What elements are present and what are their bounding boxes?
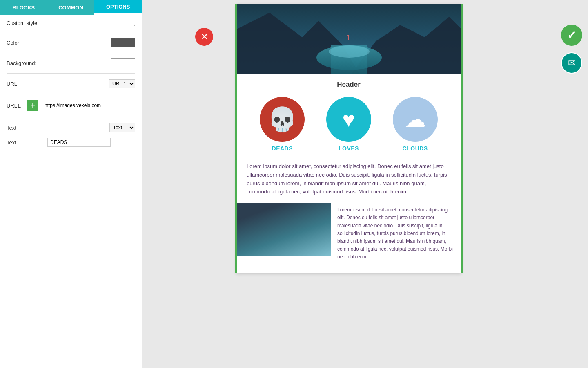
text1-row: Text1 xyxy=(7,138,135,153)
svg-point-7 xyxy=(347,35,349,36)
heart-icon: ♥ xyxy=(343,109,355,130)
custom-style-row: Custom style: xyxy=(7,20,135,32)
text-row: Text Text 1 xyxy=(7,123,135,132)
tab-common[interactable]: COMMON xyxy=(47,0,95,15)
svg-point-13 xyxy=(282,225,284,227)
hero-image xyxy=(237,4,461,74)
tab-options[interactable]: OPTIONS xyxy=(94,0,142,15)
svg-marker-9 xyxy=(237,211,331,256)
email-preview-card: Header 💀 DEADS ♥ LOVES ☁ xyxy=(236,4,461,273)
center-area: Header 💀 DEADS ♥ LOVES ☁ xyxy=(142,0,555,368)
url1-row: URL1: + xyxy=(7,100,135,117)
icon-item-loves: ♥ LOVES xyxy=(326,97,371,152)
split-text: Lorem ipsum dolor sit amet, consectetur … xyxy=(331,203,461,264)
svg-point-5 xyxy=(329,45,370,58)
url1-label: URL1: xyxy=(7,103,27,109)
split-section: Lorem ipsum dolor sit amet, consectetur … xyxy=(237,203,461,272)
email-button[interactable]: ✉ xyxy=(561,52,582,74)
text1-label: Text1 xyxy=(7,139,47,146)
icon-item-deads: 💀 DEADS xyxy=(260,97,305,152)
color-label: Color: xyxy=(7,40,47,46)
svg-rect-12 xyxy=(237,227,238,230)
url-row: URL URL 1 xyxy=(7,79,135,94)
url1-input[interactable] xyxy=(42,101,135,110)
tab-bar: BLOCKS COMMON OPTIONS xyxy=(0,0,142,15)
cloud-icon: ☁ xyxy=(405,109,426,130)
deads-circle: 💀 xyxy=(260,97,305,142)
loves-label: LOVES xyxy=(339,145,359,152)
svg-point-10 xyxy=(263,233,304,250)
svg-point-11 xyxy=(272,235,296,243)
panel-content: Custom style: Color: Background: URL UR xyxy=(0,15,142,368)
left-panel: BLOCKS COMMON OPTIONS Custom style: Colo… xyxy=(0,0,142,368)
split-image xyxy=(237,203,331,256)
skull-icon: 💀 xyxy=(267,108,297,131)
deads-label: DEADS xyxy=(272,145,293,152)
url1-add-button[interactable]: + xyxy=(27,100,38,111)
color-row: Color: xyxy=(7,38,135,53)
custom-style-checkbox[interactable] xyxy=(129,20,135,26)
url-select[interactable]: URL 1 xyxy=(109,79,135,88)
email-icon: ✉ xyxy=(568,58,575,68)
background-label: Background: xyxy=(7,60,47,66)
icons-row: 💀 DEADS ♥ LOVES ☁ CLOUDS xyxy=(237,93,461,158)
svg-rect-6 xyxy=(348,36,349,40)
tab-blocks[interactable]: BLOCKS xyxy=(0,0,47,15)
custom-style-label: Custom style: xyxy=(7,20,47,26)
text1-input[interactable] xyxy=(47,138,111,147)
icon-item-clouds: ☁ CLOUDS xyxy=(393,97,438,152)
background-row: Background: xyxy=(7,58,135,74)
text-label: Text xyxy=(7,125,47,131)
text-select[interactable]: Text 1 xyxy=(109,123,135,132)
check-icon: ✓ xyxy=(567,29,576,42)
green-bar-right xyxy=(461,4,463,273)
clouds-circle: ☁ xyxy=(393,97,438,142)
clouds-label: CLOUDS xyxy=(403,145,428,152)
lorem-text-1: Lorem ipsum dolor sit amet, consectetur … xyxy=(237,158,461,203)
color-picker[interactable] xyxy=(111,38,135,47)
loves-circle: ♥ xyxy=(326,97,371,142)
close-button[interactable] xyxy=(195,28,213,46)
url-label: URL xyxy=(7,81,47,87)
card-header: Header xyxy=(237,74,461,93)
save-button[interactable]: ✓ xyxy=(561,25,582,46)
svg-rect-8 xyxy=(237,203,331,256)
background-picker[interactable] xyxy=(111,58,135,67)
right-panel: ✓ ✉ xyxy=(555,0,588,368)
